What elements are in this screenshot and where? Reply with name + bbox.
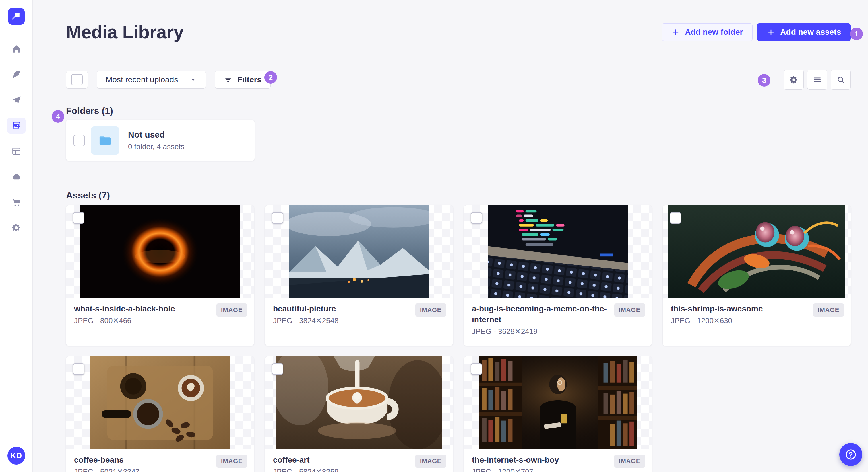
sidebar-item-cloud[interactable] bbox=[7, 169, 26, 185]
sidebar-bottom-divider bbox=[0, 440, 32, 440]
cog-icon bbox=[789, 75, 799, 85]
sidebar-item-cart[interactable] bbox=[7, 194, 26, 210]
filters-label: Filters bbox=[237, 75, 261, 84]
asset-meta: JPEG - 800✕466 bbox=[74, 316, 246, 326]
folders-heading: Folders (1) bbox=[66, 105, 851, 116]
folder-icon bbox=[97, 133, 113, 148]
annotation-badge-1: 1 bbox=[850, 28, 863, 40]
asset-card[interactable]: coffee-artJPEG - 5824✕3259IMAGE bbox=[265, 357, 453, 472]
paper-plane-icon bbox=[11, 95, 21, 105]
help-button[interactable] bbox=[839, 443, 862, 466]
search-button[interactable] bbox=[831, 70, 851, 90]
folder-card[interactable]: Not used 0 folder, 4 assets bbox=[66, 120, 255, 161]
list-icon bbox=[813, 75, 822, 85]
list-view-button[interactable] bbox=[807, 70, 827, 90]
filter-icon bbox=[224, 75, 232, 84]
sidebar-divider bbox=[0, 32, 32, 32]
asset-name: beautiful-picture bbox=[273, 303, 409, 314]
asset-checkbox[interactable] bbox=[471, 363, 482, 375]
asset-checkbox[interactable] bbox=[670, 212, 681, 224]
asset-thumbnail bbox=[265, 205, 453, 298]
folder-meta: 0 folder, 4 assets bbox=[128, 142, 185, 151]
add-new-assets-label: Add new assets bbox=[780, 28, 841, 37]
sidebar-item-paper-plane[interactable] bbox=[7, 92, 26, 108]
asset-card[interactable]: a-bug-is-becoming-a-meme-on-the-internet… bbox=[464, 205, 652, 346]
asset-thumbnail bbox=[66, 205, 254, 298]
asset-card[interactable]: beautiful-pictureJPEG - 3824✕2548IMAGE bbox=[265, 205, 453, 346]
asset-thumbnail bbox=[265, 357, 453, 449]
settings-icon bbox=[11, 223, 21, 233]
asset-card[interactable]: this-shrimp-is-awesomeJPEG - 1200✕630IMA… bbox=[663, 205, 851, 346]
asset-type-badge: IMAGE bbox=[216, 303, 247, 316]
sidebar-item-layout[interactable] bbox=[7, 143, 26, 159]
asset-image bbox=[90, 357, 230, 449]
layout-icon bbox=[11, 146, 21, 156]
add-new-folder-label: Add new folder bbox=[685, 28, 743, 37]
app-logo[interactable] bbox=[8, 8, 25, 25]
asset-card[interactable]: the-internet-s-own-boyJPEG - 1200✕707IMA… bbox=[464, 357, 652, 472]
asset-checkbox[interactable] bbox=[471, 212, 482, 224]
asset-image bbox=[276, 357, 442, 449]
asset-meta: JPEG - 3824✕2548 bbox=[273, 316, 445, 326]
main-content: Media Library Add new folder Add new ass… bbox=[33, 0, 868, 472]
asset-checkbox[interactable] bbox=[73, 363, 84, 375]
folder-tile bbox=[91, 127, 119, 155]
asset-thumbnail bbox=[663, 205, 851, 298]
home-icon bbox=[11, 44, 21, 54]
select-all-checkbox-wrap[interactable] bbox=[66, 71, 88, 89]
assets-heading: Assets (7) bbox=[66, 190, 851, 201]
select-all-checkbox[interactable] bbox=[71, 74, 83, 86]
media-library-icon bbox=[11, 121, 21, 131]
question-icon bbox=[844, 448, 857, 461]
section-divider bbox=[66, 176, 851, 176]
sidebar-nav bbox=[0, 41, 32, 236]
filters-button[interactable]: Filters bbox=[215, 71, 271, 89]
sidebar-item-settings[interactable] bbox=[7, 220, 26, 236]
asset-card[interactable]: what-s-inside-a-black-holeJPEG - 800✕466… bbox=[66, 205, 254, 346]
asset-checkbox[interactable] bbox=[73, 212, 84, 224]
asset-checkbox[interactable] bbox=[272, 212, 283, 224]
asset-name: coffee-art bbox=[273, 454, 409, 465]
sort-dropdown[interactable]: Most recent uploads bbox=[97, 71, 206, 89]
asset-thumbnail bbox=[464, 205, 652, 298]
asset-type-badge: IMAGE bbox=[813, 303, 844, 316]
configure-view-button[interactable] bbox=[784, 70, 804, 90]
asset-card[interactable]: coffee-beansJPEG - 5021✕3347IMAGE bbox=[66, 357, 254, 472]
asset-checkbox[interactable] bbox=[272, 363, 283, 375]
asset-thumbnail bbox=[66, 357, 254, 449]
folder-name: Not used bbox=[128, 130, 185, 140]
asset-thumbnail bbox=[464, 357, 652, 449]
sidebar-item-home[interactable] bbox=[7, 41, 26, 57]
asset-type-badge: IMAGE bbox=[614, 454, 645, 468]
sort-dropdown-value: Most recent uploads bbox=[105, 75, 178, 84]
sidebar-item-quill[interactable] bbox=[7, 67, 26, 82]
asset-type-badge: IMAGE bbox=[415, 454, 446, 468]
app-logo-icon bbox=[11, 11, 22, 22]
asset-type-badge: IMAGE bbox=[415, 303, 446, 316]
asset-meta: JPEG - 1200✕630 bbox=[671, 316, 843, 326]
cart-icon bbox=[11, 197, 21, 207]
asset-type-badge: IMAGE bbox=[614, 303, 645, 316]
cloud-icon bbox=[11, 172, 21, 181]
add-new-assets-button[interactable]: Add new assets bbox=[757, 23, 851, 41]
sidebar-item-media-library[interactable] bbox=[7, 117, 26, 134]
asset-name: what-s-inside-a-black-hole bbox=[74, 303, 210, 314]
plus-icon bbox=[767, 28, 775, 36]
search-icon bbox=[836, 75, 846, 85]
add-new-folder-button[interactable]: Add new folder bbox=[662, 23, 753, 41]
quill-icon bbox=[11, 70, 21, 79]
assets-grid: what-s-inside-a-black-holeJPEG - 800✕466… bbox=[66, 205, 851, 472]
page-title: Media Library bbox=[66, 21, 184, 43]
user-avatar[interactable]: KD bbox=[7, 447, 25, 465]
asset-image bbox=[479, 357, 637, 449]
asset-name: a-bug-is-becoming-a-meme-on-the-internet bbox=[472, 303, 608, 325]
asset-image bbox=[488, 205, 628, 298]
asset-image bbox=[81, 205, 240, 298]
asset-image bbox=[289, 205, 429, 298]
asset-name: the-internet-s-own-boy bbox=[472, 454, 608, 465]
chevron-down-icon bbox=[189, 76, 197, 83]
folder-checkbox[interactable] bbox=[73, 135, 85, 146]
plus-icon bbox=[671, 28, 680, 36]
annotation-badge-4: 4 bbox=[52, 110, 64, 123]
annotation-badge-2: 2 bbox=[265, 71, 277, 84]
